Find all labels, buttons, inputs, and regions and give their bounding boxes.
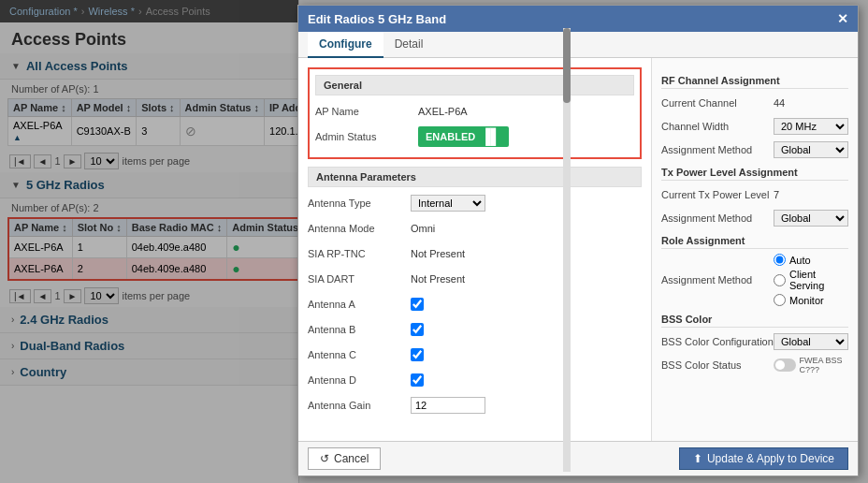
modal-tabs: Configure Detail: [298, 32, 858, 58]
tx-assignment-row: Assignment Method Global: [661, 209, 848, 227]
cancel-icon: ↺: [320, 452, 329, 465]
update-label: Update & Apply to Device: [707, 452, 834, 465]
current-tx-row: Current Tx Power Level 7: [661, 185, 848, 204]
antenna-section-title: Antenna Parameters: [308, 167, 642, 187]
antenna-a-label: Antenna A: [308, 299, 411, 310]
bss-toggle-knob: [775, 360, 785, 370]
role-auto[interactable]: Auto: [774, 254, 848, 266]
modal-title-bar: Edit Radios 5 GHz Band ✕: [298, 6, 858, 32]
rf-assignment-select[interactable]: Global: [774, 141, 848, 158]
rf-channel-title: RF Channel Assignment: [661, 75, 848, 89]
toggle-on-icon[interactable]: ▐▌: [480, 128, 501, 145]
role-monitor[interactable]: Monitor: [774, 294, 848, 306]
bss-status-text: FWEA BSS C???: [800, 356, 849, 374]
antenna-b-checkbox[interactable]: [411, 323, 424, 336]
antenna-gain-input[interactable]: [411, 397, 485, 414]
rf-assignment-label: Assignment Method: [661, 144, 774, 155]
ap-name-value: AXEL-P6A: [418, 106, 468, 117]
modal-title: Edit Radios 5 GHz Band: [308, 12, 446, 26]
role-monitor-radio[interactable]: [774, 294, 786, 306]
tx-assignment-label: Assignment Method: [661, 212, 774, 224]
antenna-mode-value: Omni: [411, 223, 435, 234]
channel-width-label: Channel Width: [661, 121, 774, 132]
admin-status-badge: ENABLED ▐▌: [418, 126, 509, 147]
enabled-text: ENABLED: [426, 131, 475, 142]
current-channel-value: 44: [774, 97, 785, 109]
bss-status-label: BSS Color Status: [661, 359, 774, 371]
sia-rp-tnc-value: Not Present: [411, 248, 465, 259]
sia-dart-label: SIA DART: [308, 273, 411, 285]
antenna-type-label: Antenna Type: [308, 198, 411, 209]
current-channel-label: Current Channel: [661, 97, 774, 109]
ap-name-label: AP Name: [315, 106, 418, 117]
antenna-mode-label: Antenna Mode: [308, 223, 411, 234]
bss-config-row: BSS Color Configuration Global: [661, 332, 848, 351]
role-radio-group: Auto Client Serving Monitor: [774, 254, 848, 306]
modal-right-panel: RF Channel Assignment Current Channel 44…: [652, 58, 858, 441]
modal-left-panel: General AP Name AXEL-P6A Admin Status EN…: [298, 58, 652, 441]
current-tx-value: 7: [774, 189, 779, 200]
antenna-b-label: Antenna B: [308, 324, 411, 335]
antenna-c-label: Antenna C: [308, 349, 411, 360]
cancel-button[interactable]: ↺ Cancel: [308, 447, 381, 470]
modal-footer: ↺ Cancel ⬆ Update & Apply to Device: [298, 441, 858, 476]
role-assignment-row: Assignment Method Auto Client Serving Mo…: [661, 254, 848, 306]
modal-close-button[interactable]: ✕: [837, 11, 848, 26]
update-apply-button[interactable]: ⬆ Update & Apply to Device: [679, 447, 848, 470]
general-section: General AP Name AXEL-P6A Admin Status EN…: [308, 67, 642, 159]
scrollbar-track[interactable]: [563, 28, 571, 472]
admin-status-label: Admin Status: [315, 131, 418, 142]
antenna-d-label: Antenna D: [308, 374, 411, 386]
bss-toggle[interactable]: [774, 359, 796, 372]
tab-configure[interactable]: Configure: [308, 32, 383, 58]
antenna-a-row: Antenna A: [308, 294, 642, 315]
tab-detail[interactable]: Detail: [383, 32, 435, 58]
antenna-type-row: Antenna Type Internal: [308, 193, 642, 213]
sia-dart-value: Not Present: [411, 273, 465, 285]
bss-config-label: BSS Color Configuration: [661, 336, 774, 347]
antenna-gain-row: Antenna Gain: [308, 395, 642, 416]
antenna-c-row: Antenna C: [308, 344, 642, 365]
antenna-d-row: Antenna D: [308, 370, 642, 390]
tx-assignment-select[interactable]: Global: [774, 210, 848, 227]
cancel-label: Cancel: [334, 452, 369, 465]
modal: Edit Radios 5 GHz Band ✕ Configure Detai…: [297, 5, 859, 476]
antenna-gain-label: Antenna Gain: [308, 400, 411, 411]
role-client-serving-radio[interactable]: [774, 274, 786, 286]
channel-width-row: Channel Width 20 MHz: [661, 117, 848, 136]
role-title: Role Assignment: [661, 235, 848, 249]
antenna-mode-row: Antenna Mode Omni: [308, 218, 642, 239]
bss-color-title: BSS Color: [661, 314, 848, 328]
rf-assignment-method-row: Assignment Method Global: [661, 140, 848, 159]
update-icon: ⬆: [693, 452, 702, 465]
admin-status-row: Admin Status ENABLED ▐▌: [315, 126, 634, 147]
channel-width-select[interactable]: 20 MHz: [774, 118, 848, 135]
bss-color-status: FWEA BSS C???: [774, 356, 848, 374]
modal-body: General AP Name AXEL-P6A Admin Status EN…: [298, 58, 858, 441]
tx-power-title: Tx Power Level Assignment: [661, 167, 848, 181]
antenna-b-row: Antenna B: [308, 319, 642, 340]
ap-name-row: AP Name AXEL-P6A: [315, 101, 634, 122]
scrollbar-thumb[interactable]: [563, 28, 571, 103]
sia-rp-tnc-label: SIA RP-TNC: [308, 248, 411, 259]
antenna-d-checkbox[interactable]: [411, 373, 424, 387]
role-auto-radio[interactable]: [774, 254, 786, 266]
sia-dart-row: SIA DART Not Present: [308, 269, 642, 289]
current-channel-row: Current Channel 44: [661, 94, 848, 112]
bss-config-select[interactable]: Global: [774, 333, 848, 350]
bss-status-row: BSS Color Status FWEA BSS C???: [661, 356, 848, 374]
role-client-serving[interactable]: Client Serving: [774, 269, 848, 291]
antenna-c-checkbox[interactable]: [411, 348, 424, 361]
sia-rp-tnc-row: SIA RP-TNC Not Present: [308, 243, 642, 264]
role-assignment-label: Assignment Method: [661, 274, 774, 285]
current-tx-label: Current Tx Power Level: [661, 189, 774, 200]
antenna-type-select[interactable]: Internal: [411, 195, 485, 212]
general-section-title: General: [315, 75, 634, 95]
antenna-a-checkbox[interactable]: [411, 298, 424, 311]
